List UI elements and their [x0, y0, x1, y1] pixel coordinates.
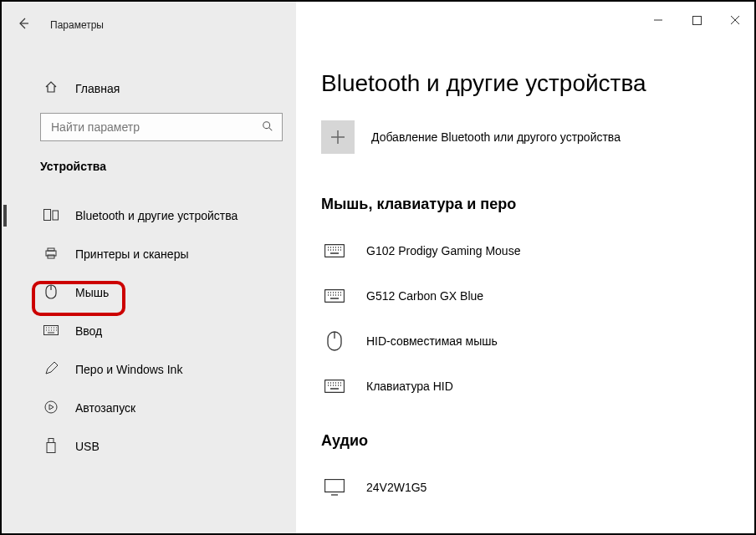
close-button[interactable] [716, 7, 754, 33]
svg-rect-16 [325, 480, 345, 492]
sidebar: Параметры Главная Устройства Bluetoo [2, 2, 296, 533]
nav-usb[interactable]: USB [2, 427, 296, 466]
search-icon [262, 120, 273, 135]
device-row[interactable]: G512 Carbon GX Blue [321, 273, 729, 318]
svg-rect-10 [47, 442, 55, 452]
device-row[interactable]: Клавиатура HID [321, 364, 729, 409]
device-row[interactable]: 24V2W1G5 [321, 465, 729, 510]
nav-label: Перо и Windows Ink [75, 363, 182, 376]
nav-printers[interactable]: Принтеры и сканеры [2, 235, 296, 273]
device-name: HID-совместимая мышь [366, 334, 498, 348]
section-audio: Аудио [321, 432, 729, 450]
device-name: G102 Prodigy Gaming Mouse [366, 244, 520, 257]
window-controls [296, 2, 754, 42]
nav-label: Принтеры и сканеры [75, 247, 188, 261]
svg-rect-15 [325, 380, 345, 393]
svg-rect-13 [325, 290, 345, 303]
keyboard-icon [323, 380, 346, 393]
settings-window: Параметры Главная Устройства Bluetoo [2, 2, 754, 533]
keyboard-icon [323, 244, 346, 257]
nav-list: Bluetooth и другие устройства Принтеры и… [2, 196, 296, 466]
svg-rect-12 [325, 245, 345, 257]
svg-point-8 [45, 401, 57, 413]
search-container [2, 108, 296, 141]
svg-rect-1 [44, 209, 51, 220]
nav-label: Bluetooth и другие устройства [75, 209, 238, 222]
mouse-icon [323, 331, 346, 351]
back-arrow-icon[interactable] [17, 17, 30, 33]
main-content: Bluetooth и другие устройства Добавление… [296, 2, 754, 533]
window-title: Параметры [50, 19, 104, 31]
nav-label: Ввод [75, 324, 102, 338]
svg-rect-11 [692, 16, 701, 24]
svg-rect-4 [48, 248, 54, 251]
monitor-icon [323, 479, 346, 496]
category-label: Устройства [2, 141, 296, 181]
device-row[interactable]: G102 Prodigy Gaming Mouse [321, 228, 729, 273]
nav-home[interactable]: Главная [2, 69, 296, 108]
pen-icon [43, 362, 59, 378]
printer-icon [43, 247, 59, 262]
autoplay-icon [43, 400, 59, 416]
mouse-icon [43, 284, 59, 302]
nav-autoplay[interactable]: Автозапуск [2, 389, 296, 427]
nav-typing[interactable]: Ввод [2, 312, 296, 350]
add-device-button[interactable] [321, 120, 355, 154]
page-title: Bluetooth и другие устройства [321, 70, 729, 97]
nav-pen[interactable]: Перо и Windows Ink [2, 350, 296, 389]
search-box[interactable] [40, 113, 283, 141]
svg-rect-2 [53, 211, 59, 220]
device-name: G512 Carbon GX Blue [366, 289, 483, 303]
add-device-label: Добавление Bluetooth или другого устройс… [371, 130, 621, 144]
minimize-button[interactable] [639, 7, 677, 33]
devices-icon [43, 209, 59, 223]
device-name: 24V2W1G5 [366, 481, 427, 494]
svg-point-0 [263, 121, 270, 128]
search-input[interactable] [49, 120, 262, 135]
nav-label: Автозапуск [75, 401, 135, 415]
nav-bluetooth[interactable]: Bluetooth и другие устройства [2, 196, 296, 235]
nav-mouse[interactable]: Мышь [2, 273, 296, 312]
usb-icon [43, 438, 59, 456]
keyboard-icon [43, 324, 59, 338]
section-mouse-keyboard-pen: Мышь, клавиатура и перо [321, 196, 729, 213]
home-label: Главная [75, 82, 120, 95]
home-icon [43, 80, 59, 96]
keyboard-icon [323, 289, 346, 303]
svg-rect-9 [49, 438, 54, 442]
nav-label: Мышь [75, 286, 109, 299]
device-name: Клавиатура HID [366, 380, 453, 393]
titlebar-left: Параметры [2, 8, 296, 42]
nav-label: USB [75, 440, 100, 453]
add-device-row[interactable]: Добавление Bluetooth или другого устройс… [321, 120, 729, 154]
maximize-button[interactable] [677, 7, 716, 33]
device-row[interactable]: HID-совместимая мышь [321, 318, 729, 364]
